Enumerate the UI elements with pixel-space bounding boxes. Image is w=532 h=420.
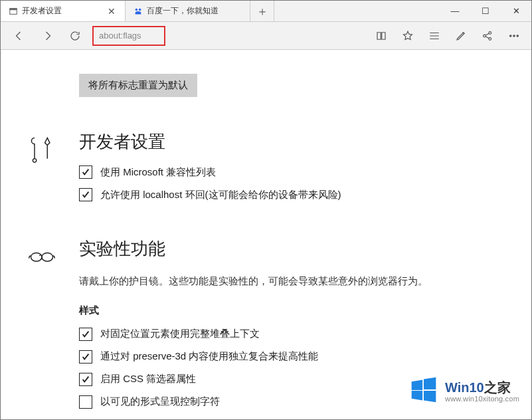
option-label: 启用 CSS 筛选器属性 bbox=[100, 373, 196, 385]
window-controls: — ☐ ✕ bbox=[440, 1, 531, 21]
svg-point-8 bbox=[513, 35, 515, 36]
svg-point-2 bbox=[135, 8, 138, 11]
styles-subheading: 样式 bbox=[79, 304, 451, 317]
favorite-button[interactable] bbox=[395, 25, 421, 47]
watermark: Win10之家 www.win10xitong.com bbox=[409, 375, 519, 407]
share-icon bbox=[482, 30, 493, 42]
tab-label: 百度一下，你就知道 bbox=[147, 5, 219, 17]
tab-label: 开发者设置 bbox=[22, 5, 62, 17]
tab-close-button[interactable]: ✕ bbox=[105, 6, 118, 17]
webnote-button[interactable] bbox=[448, 25, 474, 47]
option-preserve3d-compositing[interactable]: 通过对 preserve-3d 内容使用独立复合来提高性能 bbox=[79, 350, 451, 364]
tools-icon bbox=[27, 130, 79, 211]
watermark-url: www.win10xitong.com bbox=[445, 395, 519, 403]
option-label: 对固定位置元素使用完整堆叠上下文 bbox=[100, 328, 260, 340]
option-label: 通过对 preserve-3d 内容使用独立复合来提高性能 bbox=[100, 350, 318, 363]
minimize-button[interactable]: — bbox=[440, 1, 470, 21]
section-developer-settings: 开发者设置 使用 Microsoft 兼容性列表 允许使用 localhost … bbox=[27, 130, 505, 211]
checkbox-icon bbox=[79, 165, 92, 179]
svg-point-11 bbox=[42, 253, 53, 261]
svg-rect-1 bbox=[10, 8, 17, 10]
page-content: 将所有标志重置为默认 开发者设置 使用 Microsoft 兼容性列表 允许使用… bbox=[1, 50, 531, 419]
reset-flags-button[interactable]: 将所有标志重置为默认 bbox=[79, 74, 197, 97]
checkbox-icon bbox=[79, 395, 92, 409]
option-label: 以可见的形式呈现控制字符 bbox=[100, 395, 220, 408]
tab-baidu[interactable]: 百度一下，你就知道 bbox=[126, 1, 250, 21]
share-button[interactable] bbox=[474, 25, 501, 47]
close-window-button[interactable]: ✕ bbox=[501, 1, 531, 21]
checkbox-icon bbox=[79, 328, 92, 341]
maximize-button[interactable]: ☐ bbox=[470, 1, 501, 21]
hub-button[interactable] bbox=[421, 25, 448, 47]
section-title: 开发者设置 bbox=[79, 130, 451, 154]
watermark-brand: Win10之家 bbox=[445, 380, 519, 395]
new-tab-button[interactable]: ＋ bbox=[250, 1, 274, 21]
windows-logo-icon bbox=[409, 375, 438, 407]
forward-icon bbox=[41, 30, 53, 42]
more-icon bbox=[508, 30, 520, 42]
section-title: 实验性功能 bbox=[79, 237, 451, 261]
svg-point-3 bbox=[139, 8, 141, 11]
address-bar[interactable]: about:flags bbox=[92, 26, 165, 46]
toolbar: about:flags bbox=[1, 22, 531, 50]
goggles-icon bbox=[27, 237, 79, 418]
svg-point-7 bbox=[510, 35, 511, 36]
hub-icon bbox=[428, 30, 440, 42]
back-icon bbox=[13, 30, 25, 42]
baidu-favicon bbox=[133, 7, 143, 16]
star-icon bbox=[402, 30, 414, 42]
reading-icon bbox=[375, 30, 387, 42]
titlebar: 开发者设置 ✕ 百度一下，你就知道 ＋ — ☐ ✕ bbox=[1, 1, 531, 22]
option-label: 允许使用 localhost 环回(这可能会给你的设备带来风险) bbox=[100, 189, 341, 201]
option-label: 使用 Microsoft 兼容性列表 bbox=[100, 166, 216, 179]
option-fixed-stacking[interactable]: 对固定位置元素使用完整堆叠上下文 bbox=[79, 328, 451, 341]
address-text: about:flags bbox=[99, 31, 141, 41]
reading-view-button[interactable] bbox=[368, 25, 395, 47]
checkbox-icon bbox=[79, 373, 92, 386]
svg-point-10 bbox=[31, 253, 43, 261]
option-css-filters[interactable]: 启用 CSS 筛选器属性 bbox=[79, 373, 451, 386]
option-visible-control-chars[interactable]: 以可见的形式呈现控制字符 bbox=[79, 395, 451, 409]
tab-icon bbox=[9, 7, 18, 16]
svg-point-9 bbox=[517, 35, 518, 36]
checkbox-icon bbox=[79, 188, 92, 201]
refresh-icon bbox=[69, 30, 81, 42]
webnote-icon bbox=[455, 30, 467, 42]
back-button[interactable] bbox=[6, 25, 33, 47]
option-localhost-loopback[interactable]: 允许使用 localhost 环回(这可能会给你的设备带来风险) bbox=[79, 188, 451, 201]
section-description: 请戴上你的护目镜。这些功能是实验性的，可能会导致某些意外的浏览器行为。 bbox=[79, 272, 451, 290]
more-button[interactable] bbox=[501, 25, 527, 47]
forward-button[interactable] bbox=[34, 25, 60, 47]
checkbox-icon bbox=[79, 350, 92, 364]
refresh-button[interactable] bbox=[62, 25, 88, 47]
option-compat-list[interactable]: 使用 Microsoft 兼容性列表 bbox=[79, 165, 451, 179]
tab-developer-settings[interactable]: 开发者设置 ✕ bbox=[1, 1, 126, 21]
